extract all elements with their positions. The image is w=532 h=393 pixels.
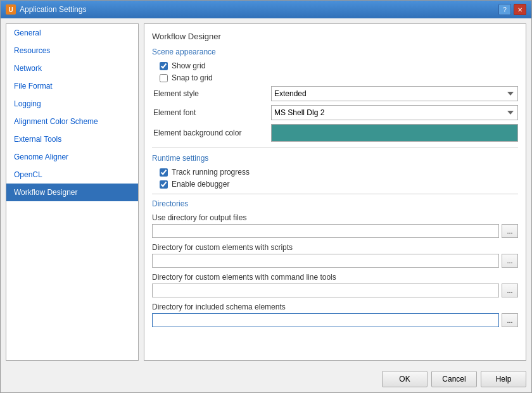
cancel-button[interactable]: Cancel (431, 371, 477, 387)
sidebar-item-workflow-designer[interactable]: Workflow Designer (6, 184, 138, 201)
ok-button[interactable]: OK (382, 371, 428, 387)
scene-appearance-section: Scene appearance (152, 47, 518, 56)
dir-cmdline-browse[interactable]: ... (502, 284, 518, 297)
track-running-label: Track running progress (172, 168, 250, 177)
element-style-select[interactable]: Extended Simple (271, 86, 518, 101)
dir-output-browse[interactable]: ... (502, 224, 518, 238)
element-bg-color-row: Element background color (152, 124, 518, 142)
dir-cmdline-label: Directory for custom elements with comma… (152, 273, 518, 282)
enable-debugger-row: Enable debugger (160, 180, 518, 189)
element-font-label: Element font (152, 108, 266, 117)
dir-output-row: ... (152, 224, 518, 238)
dialog-footer: OK Cancel Help (1, 366, 531, 392)
enable-debugger-label: Enable debugger (172, 180, 229, 189)
sidebar-item-logging[interactable]: Logging (6, 95, 138, 113)
title-bar-left: U Application Settings (6, 4, 86, 15)
snap-to-grid-checkbox[interactable] (160, 74, 168, 82)
dir-scripts-row: ... (152, 254, 518, 268)
track-running-checkbox[interactable] (160, 168, 168, 177)
dir-schema-browse[interactable]: ... (502, 313, 518, 327)
title-bar: U Application Settings ? ✕ (1, 1, 531, 18)
show-grid-checkbox[interactable] (160, 62, 168, 70)
sidebar-item-resources[interactable]: Resources (6, 42, 138, 59)
separator-1 (152, 147, 518, 147)
show-grid-label: Show grid (172, 61, 205, 70)
sidebar-item-external-tools[interactable]: External Tools (6, 130, 138, 148)
title-bar-controls: ? ✕ (498, 4, 526, 15)
element-font-row: Element font MS Shell Dlg 2 Arial Tahoma (152, 105, 518, 120)
dir-schema-row: ... (152, 313, 518, 327)
settings-panel: Workflow Designer Scene appearance Show … (144, 23, 526, 361)
element-style-label: Element style (152, 89, 266, 98)
sidebar-item-network[interactable]: Network (6, 59, 138, 77)
sidebar-item-genome-aligner[interactable]: Genome Aligner (6, 148, 138, 166)
sidebar-item-file-format[interactable]: File Format (6, 77, 138, 95)
element-bg-color-label: Element background color (152, 128, 266, 137)
dialog-body: General Resources Network File Format Lo… (1, 18, 531, 366)
sidebar-item-alignment-color[interactable]: Alignment Color Scheme (6, 113, 138, 130)
element-font-select[interactable]: MS Shell Dlg 2 Arial Tahoma (271, 105, 518, 120)
directories-section: Directories Use directory for output fil… (152, 199, 518, 327)
sidebar-item-opencl[interactable]: OpenCL (6, 166, 138, 184)
element-font-control: MS Shell Dlg 2 Arial Tahoma (271, 105, 518, 120)
dir-scripts-browse[interactable]: ... (502, 254, 518, 268)
dir-scripts-input[interactable] (152, 254, 499, 268)
dir-output-label: Use directory for output files (152, 213, 518, 222)
dir-cmdline-input[interactable] (152, 284, 499, 297)
enable-debugger-checkbox[interactable] (160, 180, 168, 189)
dir-scripts-label: Directory for custom elements with scrip… (152, 243, 518, 252)
show-grid-row: Show grid (160, 61, 518, 70)
close-title-button[interactable]: ✕ (514, 4, 526, 15)
dir-cmdline-row: ... (152, 284, 518, 297)
element-style-row: Element style Extended Simple (152, 86, 518, 101)
directories-label: Directories (152, 199, 518, 208)
sidebar: General Resources Network File Format Lo… (6, 23, 139, 361)
separator-2 (152, 194, 518, 194)
help-title-button[interactable]: ? (498, 4, 511, 15)
dir-output-input[interactable] (152, 224, 499, 238)
snap-to-grid-row: Snap to grid (160, 73, 518, 82)
element-bg-color-swatch[interactable] (271, 124, 518, 142)
element-style-control: Extended Simple (271, 86, 518, 101)
application-settings-dialog: U Application Settings ? ✕ General Resou… (0, 0, 532, 393)
element-bg-color-control (271, 124, 518, 142)
runtime-settings-section: Runtime settings (152, 154, 518, 163)
help-button[interactable]: Help (481, 371, 526, 387)
snap-to-grid-label: Snap to grid (172, 73, 213, 82)
dialog-title: Application Settings (20, 5, 86, 14)
main-content: Workflow Designer Scene appearance Show … (144, 23, 526, 361)
track-running-row: Track running progress (160, 168, 518, 177)
dir-schema-label: Directory for included schema elements (152, 303, 518, 311)
sidebar-item-general[interactable]: General (6, 24, 138, 42)
app-icon: U (6, 4, 16, 15)
panel-title: Workflow Designer (152, 32, 518, 41)
dir-schema-input[interactable] (152, 313, 499, 327)
